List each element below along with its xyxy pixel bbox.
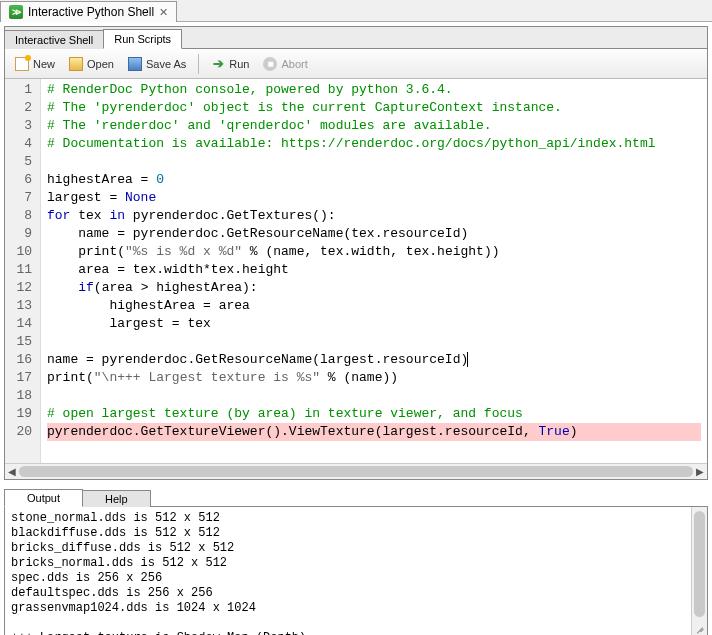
output-line: stone_normal.dds is 512 x 512: [11, 511, 685, 526]
line-number: 5: [9, 153, 32, 171]
line-number: 3: [9, 117, 32, 135]
abort-label: Abort: [281, 58, 307, 70]
window-title-tab[interactable]: ≫ Interactive Python Shell ✕: [0, 1, 177, 22]
line-number: 1: [9, 81, 32, 99]
output-line: bricks_normal.dds is 512 x 512: [11, 556, 685, 571]
save-as-label: Save As: [146, 58, 186, 70]
line-number: 11: [9, 261, 32, 279]
line-number: 15: [9, 333, 32, 351]
line-number: 6: [9, 171, 32, 189]
line-number-gutter: 1234567891011121314151617181920: [5, 79, 41, 463]
line-number: 10: [9, 243, 32, 261]
output-text[interactable]: stone_normal.dds is 512 x 512blackdiffus…: [5, 507, 691, 635]
scroll-thumb[interactable]: [19, 466, 693, 477]
tab-label: Interactive Shell: [15, 34, 93, 46]
main-tab-bar: Interactive Shell Run Scripts: [4, 26, 708, 48]
new-file-icon: [15, 57, 29, 71]
code-line[interactable]: name = pyrenderdoc.GetResourceName(large…: [47, 351, 701, 369]
tab-label: Help: [105, 493, 128, 505]
save-as-button[interactable]: Save As: [122, 54, 192, 74]
output-line: bricks_diffuse.dds is 512 x 512: [11, 541, 685, 556]
code-line[interactable]: largest = tex: [47, 315, 701, 333]
scroll-right-icon[interactable]: ▶: [693, 466, 707, 477]
output-line: defaultspec.dds is 256 x 256: [11, 586, 685, 601]
tab-output[interactable]: Output: [4, 489, 83, 507]
code-line[interactable]: # The 'renderdoc' and 'qrenderdoc' modul…: [47, 117, 701, 135]
line-number: 17: [9, 369, 32, 387]
code-line[interactable]: highestArea = 0: [47, 171, 701, 189]
code-line[interactable]: [47, 153, 701, 171]
window-titlebar: ≫ Interactive Python Shell ✕: [0, 0, 712, 22]
code-line[interactable]: area = tex.width*tex.height: [47, 261, 701, 279]
code-line[interactable]: name = pyrenderdoc.GetResourceName(tex.r…: [47, 225, 701, 243]
line-number: 9: [9, 225, 32, 243]
new-label: New: [33, 58, 55, 70]
resize-grip-icon[interactable]: [693, 621, 705, 633]
script-panel: New Open Save As ➔ Run ■ Abort 123456789…: [4, 48, 708, 480]
tab-interactive-shell[interactable]: Interactive Shell: [4, 30, 104, 49]
run-label: Run: [229, 58, 249, 70]
output-line: [11, 616, 685, 631]
output-line: spec.dds is 256 x 256: [11, 571, 685, 586]
line-number: 13: [9, 297, 32, 315]
close-icon[interactable]: ✕: [159, 6, 168, 19]
line-number: 12: [9, 279, 32, 297]
code-line[interactable]: if(area > highestArea):: [47, 279, 701, 297]
line-number: 19: [9, 405, 32, 423]
line-number: 7: [9, 189, 32, 207]
output-tab-bar: Output Help: [4, 486, 708, 506]
app-icon: ≫: [9, 5, 23, 19]
code-line[interactable]: pyrenderdoc.GetTextureViewer().ViewTextu…: [47, 423, 701, 441]
tab-label: Output: [27, 492, 60, 504]
line-number: 8: [9, 207, 32, 225]
code-line[interactable]: for tex in pyrenderdoc.GetTextures():: [47, 207, 701, 225]
code-line[interactable]: [47, 387, 701, 405]
window-title: Interactive Python Shell: [28, 5, 154, 19]
tab-run-scripts[interactable]: Run Scripts: [103, 29, 182, 49]
abort-stop-icon: ■: [263, 57, 277, 71]
scroll-thumb[interactable]: [694, 511, 705, 617]
new-button[interactable]: New: [9, 54, 61, 74]
code-line[interactable]: # open largest texture (by area) in text…: [47, 405, 701, 423]
abort-button: ■ Abort: [257, 54, 313, 74]
code-line[interactable]: # The 'pyrenderdoc' object is the curren…: [47, 99, 701, 117]
code-editor[interactable]: 1234567891011121314151617181920 # Render…: [5, 79, 707, 463]
horizontal-scrollbar[interactable]: ◀ ▶: [5, 463, 707, 479]
run-button[interactable]: ➔ Run: [205, 54, 255, 74]
scroll-left-icon[interactable]: ◀: [5, 466, 19, 477]
separator: [198, 54, 199, 74]
save-icon: [128, 57, 142, 71]
line-number: 4: [9, 135, 32, 153]
code-line[interactable]: largest = None: [47, 189, 701, 207]
code-line[interactable]: highestArea = area: [47, 297, 701, 315]
code-line[interactable]: # Documentation is available: https://re…: [47, 135, 701, 153]
code-line[interactable]: print("\n+++ Largest texture is %s" % (n…: [47, 369, 701, 387]
vertical-scrollbar[interactable]: [691, 507, 707, 635]
line-number: 20: [9, 423, 32, 441]
open-label: Open: [87, 58, 114, 70]
output-line: +++ Largest texture is Shadow Map (Depth…: [11, 631, 685, 635]
tab-label: Run Scripts: [114, 33, 171, 45]
output-line: grassenvmap1024.dds is 1024 x 1024: [11, 601, 685, 616]
toolbar: New Open Save As ➔ Run ■ Abort: [5, 49, 707, 79]
code-line[interactable]: [47, 333, 701, 351]
line-number: 2: [9, 99, 32, 117]
line-number: 14: [9, 315, 32, 333]
tab-help[interactable]: Help: [82, 490, 151, 507]
run-arrow-icon: ➔: [211, 57, 225, 71]
line-number: 18: [9, 387, 32, 405]
line-number: 16: [9, 351, 32, 369]
code-line[interactable]: # RenderDoc Python console, powered by p…: [47, 81, 701, 99]
output-panel: stone_normal.dds is 512 x 512blackdiffus…: [4, 506, 708, 635]
output-line: blackdiffuse.dds is 512 x 512: [11, 526, 685, 541]
open-button[interactable]: Open: [63, 54, 120, 74]
code-line[interactable]: print("%s is %d x %d" % (name, tex.width…: [47, 243, 701, 261]
open-folder-icon: [69, 57, 83, 71]
code-area[interactable]: # RenderDoc Python console, powered by p…: [41, 79, 707, 463]
